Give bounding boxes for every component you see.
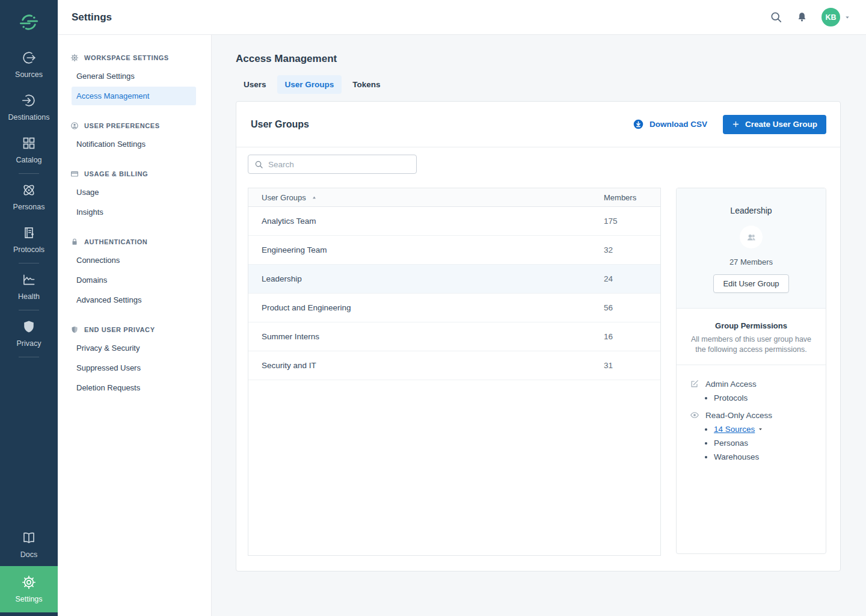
main-content: Access Management UsersUser GroupsTokens… — [212, 35, 866, 616]
top-bar: Settings KB — [58, 0, 866, 35]
nav-divider — [19, 173, 39, 174]
nav-item-catalog[interactable]: Catalog — [0, 129, 58, 171]
cell-member-count: 24 — [604, 274, 647, 283]
nav-item-label: Catalog — [16, 156, 41, 164]
nav-item-destinations[interactable]: Destinations — [0, 86, 58, 129]
sources-icon — [21, 50, 37, 66]
search-input[interactable] — [268, 160, 410, 169]
page-header-title: Settings — [72, 11, 112, 23]
edit-user-group-button[interactable]: Edit User Group — [713, 274, 788, 293]
topbar-actions: KB — [770, 8, 850, 26]
table-row-summer-interns[interactable]: Summer Interns16 — [248, 322, 660, 351]
permissions-description: All members of this user group have the … — [686, 334, 816, 354]
tab-user-groups[interactable]: User Groups — [277, 75, 342, 94]
bell-icon — [796, 11, 808, 23]
settings-icon — [21, 574, 37, 590]
table-row-analytics-team[interactable]: Analytics Team175 — [248, 207, 660, 236]
download-csv-link[interactable]: Download CSV — [633, 119, 707, 130]
people-icon — [745, 231, 758, 244]
sources-link[interactable]: 14 Sources — [714, 425, 755, 434]
nav-item-health[interactable]: Health — [0, 265, 58, 308]
permission-group-label: Read-Only Access — [705, 411, 772, 420]
group-detail-panel: Leadership 27 Members Edit User Group Gr… — [676, 188, 826, 554]
chevron-down-icon[interactable] — [758, 425, 763, 434]
sidebar-item-access-management[interactable]: Access Management — [72, 87, 196, 105]
notifications-button[interactable] — [796, 11, 808, 23]
cell-member-count: 32 — [604, 245, 647, 254]
sidebar-item-advanced-settings[interactable]: Advanced Settings — [72, 291, 196, 309]
card-body: User Groups Members Analytics Team175Eng… — [236, 147, 840, 570]
nav-item-personas[interactable]: Personas — [0, 176, 58, 218]
sidebar-section-workspace-settings: Workspace SettingsGeneral SettingsAccess… — [58, 54, 211, 105]
nav-item-label: Health — [18, 292, 40, 301]
destinations-icon — [21, 93, 37, 108]
segment-logo[interactable] — [0, 8, 58, 43]
tab-users[interactable]: Users — [236, 75, 274, 94]
cell-member-count: 56 — [604, 303, 647, 312]
avatar[interactable]: KB — [821, 8, 840, 26]
cell-group-name: Security and IT — [262, 361, 604, 370]
table-header: User Groups Members — [248, 188, 660, 207]
cell-group-name: Analytics Team — [262, 217, 604, 226]
nav-item-label: Sources — [15, 70, 43, 79]
table-row-leadership[interactable]: Leadership24 — [248, 265, 660, 294]
group-summary: Leadership 27 Members Edit User Group — [677, 188, 826, 309]
account-menu[interactable]: KB — [821, 8, 850, 26]
create-user-group-button[interactable]: Create User Group — [723, 115, 826, 134]
primary-nav: Sources Destinations Catalog Personas Pr… — [0, 0, 58, 616]
divider — [677, 365, 826, 365]
sidebar-item-insights[interactable]: Insights — [72, 203, 196, 221]
sidebar-item-notification-settings[interactable]: Notification Settings — [72, 135, 196, 153]
nav-item-settings[interactable]: Settings — [0, 566, 58, 612]
table-row-security-and-it[interactable]: Security and IT31 — [248, 351, 660, 380]
nav-item-protocols[interactable]: Protocols — [0, 218, 58, 261]
user-circle-icon — [70, 122, 79, 130]
gear-icon — [70, 54, 79, 62]
permission-item-protocols: Protocols — [714, 393, 826, 402]
sidebar-section-label: Usage & Billing — [84, 170, 148, 177]
card-actions: Download CSV Create User Group — [633, 115, 826, 134]
personas-icon — [21, 182, 37, 198]
nav-item-label: Personas — [13, 203, 45, 211]
sidebar-item-connections[interactable]: Connections — [72, 251, 196, 270]
nav-divider — [19, 357, 39, 357]
sort-ascending-icon — [312, 195, 317, 200]
column-header-user-groups[interactable]: User Groups — [262, 193, 604, 202]
search-button[interactable] — [770, 11, 782, 23]
tab-tokens[interactable]: Tokens — [345, 75, 388, 94]
column-header-members[interactable]: Members — [604, 193, 647, 202]
nav-divider — [19, 263, 39, 263]
group-name: Leadership — [686, 206, 816, 215]
sidebar-item-privacy-security[interactable]: Privacy & Security — [72, 339, 196, 357]
create-user-group-label: Create User Group — [745, 120, 817, 129]
sidebar-section-header: User Preferences — [70, 122, 198, 130]
group-avatar — [740, 226, 763, 248]
sidebar-item-general-settings[interactable]: General Settings — [72, 67, 196, 85]
nav-item-sources[interactable]: Sources — [0, 43, 58, 86]
plus-icon — [732, 120, 740, 128]
permission-items: Protocols — [690, 393, 826, 402]
sidebar-section-header: End User Privacy — [70, 325, 198, 334]
health-icon — [21, 272, 37, 288]
nav-item-privacy[interactable]: Privacy — [0, 312, 58, 355]
sidebar-section-header: Workspace Settings — [70, 54, 198, 62]
sidebar-section-label: Authentication — [84, 238, 147, 245]
edit-square-icon — [690, 379, 699, 389]
sidebar-item-deletion-requests[interactable]: Deletion Requests — [72, 378, 196, 397]
protocols-icon — [21, 225, 37, 241]
sidebar-section-header: Usage & Billing — [70, 170, 198, 178]
sidebar-item-suppressed-users[interactable]: Suppressed Users — [72, 359, 196, 377]
group-permissions: Group Permissions All members of this us… — [677, 309, 826, 461]
sidebar-section-usage-billing: Usage & BillingUsageInsights — [58, 170, 211, 221]
sidebar-item-domains[interactable]: Domains — [72, 271, 196, 289]
table-row-engineering-team[interactable]: Engineering Team32 — [248, 236, 660, 265]
nav-item-docs[interactable]: Docs — [0, 523, 58, 566]
column-label-user-groups: User Groups — [262, 193, 306, 202]
table-row-product-and-engineering[interactable]: Product and Engineering56 — [248, 294, 660, 322]
permission-group-header: Admin Access — [690, 379, 826, 389]
sidebar-item-usage[interactable]: Usage — [72, 183, 196, 202]
nav-spacer — [0, 359, 58, 523]
chevron-down-icon — [844, 14, 850, 20]
permission-item-warehouses: Warehouses — [714, 452, 826, 461]
sidebar-section-authentication: AuthenticationConnectionsDomainsAdvanced… — [58, 238, 211, 309]
